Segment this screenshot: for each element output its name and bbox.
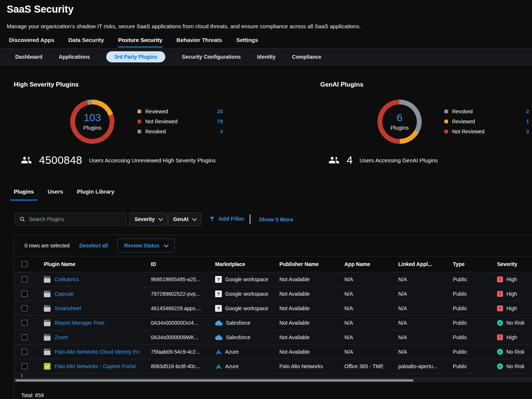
select-all-checkbox[interactable] <box>22 261 27 267</box>
row-checkbox[interactable] <box>22 276 27 282</box>
tab-behavior-threats[interactable]: Behavior Threats <box>176 37 222 48</box>
marketplace-cell: ?Google workspace <box>215 276 279 283</box>
marketplace-cell: Salesforce <box>215 334 279 340</box>
severity-badge: ✓No Risk <box>497 349 532 355</box>
plugin-type: Public <box>453 305 497 311</box>
horizontal-scrollbar <box>14 378 532 382</box>
donut-center-label: Plugins <box>390 124 409 131</box>
plugin-name-link[interactable]: Smartsheet <box>55 305 81 311</box>
legend-item: Revoked4 <box>137 126 223 136</box>
legend-value: 2 <box>526 108 529 114</box>
deselect-all-link[interactable]: Deselect all <box>79 243 108 249</box>
chart-legend: Reviewed20Not Reviewed79Revoked4 <box>137 106 223 136</box>
no-risk-icon: ✓ <box>497 363 503 369</box>
section-title: High Severity Plugins <box>14 81 79 88</box>
severity-filter-label: Severity <box>134 216 155 222</box>
donut-chart: 6Plugins <box>377 100 422 144</box>
users-icon <box>21 156 32 164</box>
marketplace-name: Google workspace <box>225 276 268 282</box>
plugin-id: 797289802522-pvp... <box>151 291 215 297</box>
review-status-label: Review Status <box>124 243 159 249</box>
legend-swatch <box>137 120 141 123</box>
plugin-name-link[interactable]: Capsule <box>55 291 74 297</box>
row-checkbox[interactable] <box>22 363 27 369</box>
tab-posture-security[interactable]: Posture Security <box>118 37 162 48</box>
linked-application: N/A <box>398 276 453 282</box>
legend-item: Not Reviewed79 <box>137 116 223 126</box>
app-name: N/A <box>344 305 398 311</box>
legend-item: Reviewed1 <box>444 116 529 126</box>
plugin-icon <box>44 348 51 355</box>
sub-nav-bar: DashboardApplications3rd Party PluginsSe… <box>0 49 532 65</box>
content-tab-plugin-library[interactable]: Plugin Library <box>73 188 118 201</box>
table-row: Capsule797289802522-pvp...?Google worksp… <box>14 287 532 301</box>
donut-center-value: 103 <box>84 113 101 123</box>
donut-hole: 103Plugins <box>75 104 110 139</box>
linked-application: N/A <box>398 291 453 297</box>
publisher-name: Not Available <box>279 276 344 282</box>
legend-swatch <box>444 110 448 113</box>
severity-label: High <box>506 291 517 297</box>
search-input[interactable] <box>28 216 122 223</box>
subnav-item-compliance[interactable]: Compliance <box>292 54 321 60</box>
row-checkbox[interactable] <box>22 374 22 378</box>
plugin-name-link[interactable]: Zoom <box>55 334 68 340</box>
severity-filter-dropdown[interactable]: Severity <box>129 213 168 226</box>
plugin-id: 8063d516-bc8f-40c... <box>151 363 215 369</box>
filter-icon <box>209 216 215 222</box>
legend-label: Revoked <box>452 108 526 114</box>
table-row: Report Manager Free0A34x000000DcI4...Sal… <box>14 316 532 330</box>
plugin-name-link[interactable]: Palo Alto Networks Cloud Identity En <box>55 349 139 355</box>
tab-data-security[interactable]: Data Security <box>68 37 104 48</box>
genai-filter-dropdown[interactable]: GenAI <box>168 213 201 226</box>
marketplace-name: Google workspace <box>225 305 268 311</box>
row-checkbox[interactable] <box>22 349 27 355</box>
subnav-item-applications[interactable]: Applications <box>59 54 90 60</box>
genai-filter-label: GenAI <box>173 216 188 222</box>
review-status-dropdown[interactable]: Review Status <box>117 239 175 253</box>
plugin-name-link[interactable]: CoRubrics <box>55 276 79 282</box>
app-name: Office 365 - TME <box>344 363 398 369</box>
app-name: N/A <box>344 349 398 355</box>
severity-badge: ✓No Risk <box>497 363 532 369</box>
marketplace-cell: ?Google workspace <box>215 305 279 312</box>
add-filter-label: Add Filter <box>218 215 244 222</box>
severity-badge: !High <box>497 305 532 311</box>
add-filter-button[interactable]: Add Filter <box>209 215 244 222</box>
column-header-linked-appl: Linked Appl... <box>398 261 453 267</box>
plugin-id: 46145466229.apps.... <box>151 305 215 311</box>
row-checkbox[interactable] <box>22 320 27 326</box>
severity-label: High <box>506 276 517 282</box>
charts-section: High Severity Plugins103PluginsReviewed2… <box>0 65 532 177</box>
horizontal-scrollbar-thumb[interactable] <box>15 379 413 382</box>
content-tab-users[interactable]: Users <box>44 188 67 201</box>
subnav-item-dashboard[interactable]: Dashboard <box>15 54 42 60</box>
legend-label: Not Reviewed <box>452 129 526 134</box>
subnav-item-3rd-party-plugins[interactable]: 3rd Party Plugins <box>106 51 165 62</box>
show-more-filters-link[interactable]: Show 5 More <box>259 216 293 223</box>
high-severity-icon: ! <box>497 291 503 297</box>
selection-count: 0 rows are selected <box>25 243 69 249</box>
plugin-name-link[interactable]: Palo Alto Networks - Captive Portal <box>55 363 136 369</box>
subnav-item-identity[interactable]: Identity <box>257 54 276 60</box>
row-checkbox[interactable] <box>22 291 27 297</box>
content-tab-plugins[interactable]: Plugins <box>10 188 38 201</box>
row-checkbox[interactable] <box>22 305 27 311</box>
tab-settings[interactable]: Settings <box>236 37 258 48</box>
publisher-name: Not Available <box>279 334 344 340</box>
plugin-name-link[interactable]: Report Manager Free <box>55 320 104 326</box>
subnav-item-security-configurations[interactable]: Security Configurations <box>182 54 241 60</box>
high-severity-icon: ! <box>497 334 503 340</box>
plugin-type: Public <box>453 291 497 297</box>
plugin-type: Public <box>453 320 497 326</box>
row-checkbox[interactable] <box>22 334 27 340</box>
linked-application: paloalto-apertu... <box>398 363 453 369</box>
publisher-name: Not Available <box>279 320 344 326</box>
chevron-down-icon <box>192 216 197 221</box>
plugin-type: Public <box>453 349 497 355</box>
app-name: N/A <box>344 320 398 326</box>
tab-discovered-apps[interactable]: Discovered Apps <box>9 37 54 48</box>
table-body: CoRubrics969519855495-a25...?Google work… <box>14 272 532 374</box>
publisher-name: Not Available <box>279 291 344 297</box>
column-header-plugin-name: Plugin Name <box>44 261 151 267</box>
